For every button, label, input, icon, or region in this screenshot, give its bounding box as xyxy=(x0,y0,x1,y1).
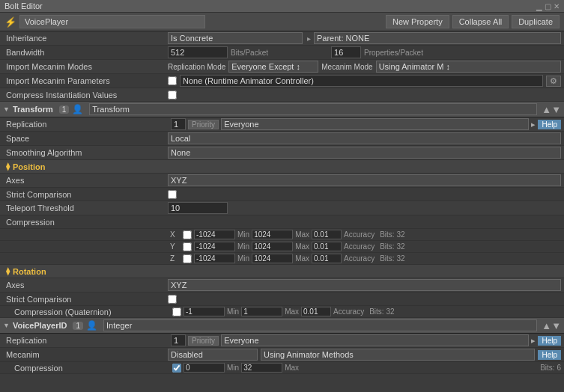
replication-label: Replication xyxy=(3,120,168,129)
strict-comparison-label: Strict Comparison xyxy=(3,190,168,199)
x-checkbox[interactable] xyxy=(183,230,192,239)
everyone-dropdown[interactable]: Everyone xyxy=(221,118,529,130)
asset-name-input[interactable] xyxy=(19,15,205,28)
voiceplayerid-connector-dropdown[interactable]: Integer xyxy=(103,319,537,331)
x-bits-label: Bits: 32 xyxy=(380,230,404,239)
voiceplayerid-everyone-dropdown[interactable]: Everyone xyxy=(221,334,529,346)
import-params-row: Import Mecanim Parameters ⚙ xyxy=(0,74,564,88)
transform-title: Transform xyxy=(13,105,53,114)
rotation-icon: ⧫ xyxy=(6,266,10,276)
compression-label: Compression xyxy=(3,218,168,227)
x-label: X xyxy=(170,230,181,239)
y-max-label: Max xyxy=(295,242,309,251)
rotation-strict-label: Strict Comparison xyxy=(3,295,168,304)
rot-min-input[interactable] xyxy=(184,307,225,316)
title-bar: Bolt Editor ▁ ▢ ✕ xyxy=(0,0,564,13)
duplicate-button[interactable]: Duplicate xyxy=(512,15,560,28)
position-header: ⧫ Position xyxy=(0,160,564,174)
teleport-input[interactable] xyxy=(168,202,228,214)
z-axis-row: Z Min Max Accuracy Bits: 32 xyxy=(0,253,564,265)
voiceplayerid-section-header[interactable]: ▼ VoicePlayerID 1 👤 Integer ▲▼ xyxy=(0,318,564,334)
transform-menu-icon[interactable]: ▲▼ xyxy=(542,104,561,115)
none-runtime-checkbox[interactable] xyxy=(168,76,177,85)
settings-icon[interactable]: ⚙ xyxy=(546,76,561,87)
z-min-label: Min xyxy=(237,254,249,263)
bits-packet-label: Bits/Packet xyxy=(231,49,268,57)
z-min-input[interactable] xyxy=(194,254,235,263)
bits-packet-input[interactable] xyxy=(331,46,361,58)
axes-dropdown[interactable]: XYZ xyxy=(168,174,561,186)
y-checkbox[interactable] xyxy=(183,242,192,251)
properties-packet-label: Properties/Packet xyxy=(364,49,423,57)
voiceplayerid-mecanim-help-button[interactable]: Help xyxy=(538,350,561,360)
none-runtime-input[interactable] xyxy=(180,75,543,87)
z-accuracy-input[interactable] xyxy=(312,254,342,263)
z-checkbox[interactable] xyxy=(183,254,192,263)
expand-icon: ▸ xyxy=(531,120,536,129)
new-property-button[interactable]: New Property xyxy=(386,15,449,28)
vp-comp-value[interactable] xyxy=(184,363,225,373)
voiceplayerid-comp-checkbox[interactable] xyxy=(172,364,181,373)
x-max-input[interactable] xyxy=(252,230,293,239)
z-max-input[interactable] xyxy=(252,254,293,263)
y-min-input[interactable] xyxy=(194,242,235,251)
rotation-strict-row: Strict Comparison xyxy=(0,293,564,306)
transform-icon: 👤 xyxy=(72,104,83,114)
y-min-label: Min xyxy=(237,242,249,251)
rot-max-label: Max xyxy=(285,307,299,316)
voiceplayerid-icon: 👤 xyxy=(86,320,97,331)
voiceplayerid-rep-num[interactable] xyxy=(171,334,186,346)
space-label: Space xyxy=(3,134,168,143)
z-label: Z xyxy=(170,254,181,263)
rotation-strict-checkbox[interactable] xyxy=(168,295,177,304)
replication-row: Replication Priority Everyone ▸ Help xyxy=(0,117,564,132)
parent-dropdown[interactable]: Parent: NONE xyxy=(314,32,561,44)
inheritance-label: Inheritance xyxy=(3,34,168,43)
voiceplayerid-mecanim-label: Mecanim xyxy=(3,350,168,359)
y-max-input[interactable] xyxy=(252,242,293,251)
strict-comparison-checkbox[interactable] xyxy=(168,190,177,199)
y-accuracy-input[interactable] xyxy=(312,242,342,251)
replication-num-input[interactable] xyxy=(171,118,186,130)
smoothing-dropdown[interactable]: None xyxy=(168,147,561,159)
bandwidth-row: Bandwidth Bits/Packet Properties/Packet xyxy=(0,46,564,60)
x-accuracy-input[interactable] xyxy=(312,230,342,239)
space-dropdown[interactable]: Local xyxy=(168,132,561,144)
z-bits-label: Bits: 32 xyxy=(380,254,404,263)
voiceplayerid-replication-row: Replication Priority Everyone ▸ Help xyxy=(0,334,564,348)
title-label: Bolt Editor xyxy=(4,1,43,10)
compress-checkbox[interactable] xyxy=(168,91,177,99)
replication-mode-dropdown[interactable]: Everyone Except ↕ xyxy=(228,61,318,73)
voiceplayerid-mecanim-dropdown[interactable]: Disabled xyxy=(168,349,258,361)
bandwidth-input[interactable] xyxy=(168,46,228,58)
voiceplayerid-number: 1 xyxy=(73,322,83,330)
transform-help-button[interactable]: Help xyxy=(538,120,561,129)
rotation-header: ⧫ Rotation xyxy=(0,265,564,278)
transform-section-header[interactable]: ▼ Transform 1 👤 Transform ▲▼ xyxy=(0,102,564,117)
rotation-axes-row: Axes XYZ xyxy=(0,278,564,293)
x-accuracy-label: Accuracy xyxy=(344,230,375,239)
rot-max-input[interactable] xyxy=(241,307,282,316)
rotation-axes-dropdown[interactable]: XYZ xyxy=(168,279,561,291)
rotation-title: Rotation xyxy=(13,267,46,276)
using-animator-dropdown[interactable]: Using Animator Methods xyxy=(261,349,535,361)
transform-connector-dropdown[interactable]: Transform xyxy=(89,103,537,115)
compression-label-row: Compression xyxy=(0,215,564,229)
z-accuracy-label: Accuracy xyxy=(344,254,375,263)
rotation-comp-checkbox[interactable] xyxy=(172,307,181,316)
voiceplayerid-menu-icon[interactable]: ▲▼ xyxy=(542,320,561,331)
rotation-compression-label: Compression (Quaternion) xyxy=(11,307,170,316)
voiceplayerid-help-button[interactable]: Help xyxy=(538,336,561,346)
rot-accuracy-input[interactable] xyxy=(301,307,331,316)
inheritance-dropdown[interactable]: Is Concrete xyxy=(168,32,303,44)
header-bar: ⚡ New Property Collapse All Duplicate xyxy=(0,13,564,31)
x-min-input[interactable] xyxy=(194,230,235,239)
main-content: Inheritance Is Concrete ▸ Parent: NONE B… xyxy=(0,31,564,392)
rot-accuracy-label: Accuracy xyxy=(333,307,364,316)
mecanim-mode-dropdown[interactable]: Using Animator M ↕ xyxy=(376,61,561,73)
replication-mode-label: Replication Mode xyxy=(168,63,225,71)
parent-label: ▸ xyxy=(307,34,311,43)
vp-max-label: Max xyxy=(285,364,299,372)
collapse-all-button[interactable]: Collapse All xyxy=(452,15,509,28)
vp-max-value[interactable] xyxy=(241,363,282,373)
